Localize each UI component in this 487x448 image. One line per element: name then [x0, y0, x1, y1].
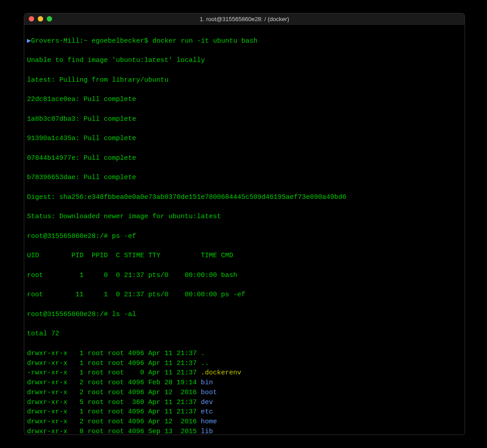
ls-row: drwxr-xr-x 1 root root 4096 Apr 11 21:37… [27, 407, 462, 417]
ls-filename: . [201, 350, 205, 357]
ls-meta: drwxr-xr-x 8 root root 4096 Sep 13 2015 [27, 428, 201, 435]
ls-meta: drwxr-xr-x 2 root root 4096 Feb 28 19:14 [27, 379, 201, 387]
ls-filename: home [201, 418, 217, 426]
command-text: ps -ef [112, 233, 136, 240]
output-line: 91390a1c435a: Pull complete [27, 134, 462, 144]
ls-meta: drwxr-xr-x 1 root root 4096 Apr 11 21:37 [27, 408, 201, 416]
ls-row: drwxr-xr-x 2 root root 4096 Apr 12 2016 … [27, 417, 462, 427]
ls-filename: boot [201, 389, 217, 396]
prompt-line: ▶Grovers-Mill:~ egoebelbecker$ docker ru… [27, 36, 462, 46]
ls-row: drwxr-xr-x 2 root root 4096 Apr 12 2016 … [27, 388, 462, 398]
ls-meta: drwxr-xr-x 2 root root 4096 Apr 12 2016 [27, 389, 201, 396]
prompt-arrow-icon: ▶ [27, 37, 31, 45]
ls-row: drwxr-xr-x 1 root root 4096 Apr 11 21:37… [27, 359, 462, 369]
ls-meta: drwxr-xr-x 1 root root 4096 Apr 11 21:37 [27, 360, 201, 367]
ls-meta: drwxr-xr-x 5 root root 360 Apr 11 21:37 [27, 399, 201, 406]
ls-row: drwxr-xr-x 8 root root 4096 Sep 13 2015 … [27, 427, 462, 435]
output-line: Unable to find image 'ubuntu:latest' loc… [27, 56, 462, 66]
prompt-host: Grovers-Mill [31, 37, 80, 45]
window-title: 1. root@315565860e28: / (docker) [24, 16, 465, 22]
prompt-text: root@315565860e28:/# [27, 233, 112, 240]
terminal-window: 1. root@315565860e28: / (docker) ▶Grover… [24, 13, 465, 435]
ls-filename: .. [201, 360, 209, 367]
output-line: b78396653dae: Pull complete [27, 173, 462, 183]
close-button[interactable] [29, 16, 34, 22]
titlebar: 1. root@315565860e28: / (docker) [24, 13, 465, 25]
ls-filename: lib [201, 428, 213, 435]
ls-filename: dev [201, 399, 213, 406]
ls-meta: -rwxr-xr-x 1 root root 0 Apr 11 21:37 [27, 369, 201, 377]
ps-row: root 11 1 0 21:37 pts/0 00:00:00 ps -ef [27, 290, 462, 300]
ls-total: total 72 [27, 329, 462, 339]
prompt-line: root@315565860e28:/# ps -ef [27, 232, 462, 242]
ls-row: -rwxr-xr-x 1 root root 0 Apr 11 21:37 .d… [27, 368, 462, 378]
ls-row: drwxr-xr-x 2 root root 4096 Feb 28 19:14… [27, 378, 462, 388]
command-text: ls -al [112, 311, 136, 318]
ls-filename: .dockerenv [201, 369, 241, 377]
output-line: 22dc81ace0ea: Pull complete [27, 95, 462, 105]
ps-row: root 1 0 0 21:37 pts/0 00:00:00 bash [27, 271, 462, 281]
ls-meta: drwxr-xr-x 2 root root 4096 Apr 12 2016 [27, 418, 201, 426]
terminal-body[interactable]: ▶Grovers-Mill:~ egoebelbecker$ docker ru… [24, 25, 465, 435]
output-line: Status: Downloaded newer image for ubunt… [27, 212, 462, 222]
prompt-line: root@315565860e28:/# ls -al [27, 310, 462, 320]
command-text: docker run -it ubuntu bash [152, 37, 257, 45]
ls-filename: bin [201, 379, 213, 387]
ls-meta: drwxr-xr-x 1 root root 4096 Apr 11 21:37 [27, 350, 201, 357]
minimize-button[interactable] [38, 16, 43, 22]
ls-listing: drwxr-xr-x 1 root root 4096 Apr 11 21:37… [27, 349, 462, 435]
prompt-user: egoebelbecker [92, 37, 144, 45]
ls-row: drwxr-xr-x 5 root root 360 Apr 11 21:37 … [27, 398, 462, 408]
prompt-text: root@315565860e28:/# [27, 311, 112, 318]
prompt-sep: :~ [80, 37, 92, 45]
traffic-lights [29, 16, 52, 22]
output-line: 1a8b3c87dba3: Pull complete [27, 114, 462, 124]
prompt-dollar: $ [144, 37, 152, 45]
output-line: latest: Pulling from library/ubuntu [27, 75, 462, 85]
output-line: 07844b14977e: Pull complete [27, 154, 462, 163]
ls-row: drwxr-xr-x 1 root root 4096 Apr 11 21:37… [27, 349, 462, 359]
output-line: Digest: sha256:e348fbbea0e0a0e73ab0370de… [27, 193, 462, 202]
ls-filename: etc [201, 408, 213, 416]
ps-header: UID PID PPID C STIME TTY TIME CMD [27, 251, 462, 261]
maximize-button[interactable] [47, 16, 52, 22]
